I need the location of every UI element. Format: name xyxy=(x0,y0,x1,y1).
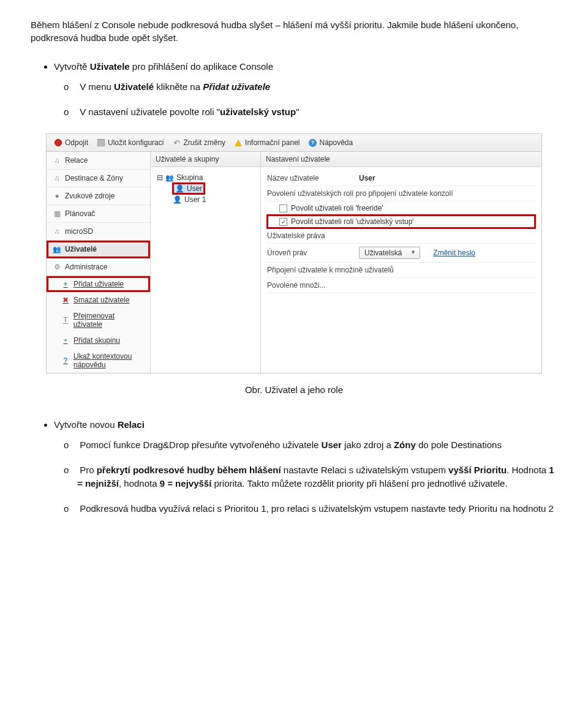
txt-bold: Uživatele xyxy=(90,61,130,72)
help-icon xyxy=(61,356,70,365)
group-icon xyxy=(165,173,174,182)
txt: Podkresová hudba využívá relaci s Priori… xyxy=(80,503,554,514)
label: Nápověda xyxy=(319,138,353,147)
sidebar-item-planovac[interactable]: Plánovač xyxy=(47,205,150,223)
sub-enable-role: V nastavení uživatele povolte roli "uživ… xyxy=(77,105,557,119)
txt-bold: Relaci xyxy=(118,419,145,430)
user-settings-panel: Nastavení uživatele Název uživatele User… xyxy=(261,152,541,373)
row-povoleni: Povolení uživatelských rolí pro připojen… xyxy=(267,186,535,201)
sidebar-item-zvuk[interactable]: Zvukové zdroje xyxy=(47,187,150,205)
txt-bold: Uživatelé xyxy=(114,81,154,92)
toolbar-help[interactable]: ? Nápověda xyxy=(306,137,355,148)
toolbar-info[interactable]: Informační panel xyxy=(232,137,302,148)
label: Relace xyxy=(65,156,88,165)
sidebar-item-destinace[interactable]: Destinace & Zóny xyxy=(47,170,150,187)
label: Uživatelé xyxy=(65,245,97,253)
row-nazev: Název uživatele User xyxy=(267,171,535,186)
add-user-icon xyxy=(61,280,70,288)
label: Zrušit změny xyxy=(183,138,225,147)
txt-bold: User xyxy=(322,440,342,450)
sub-priorita-value: Podkresová hudba využívá relaci s Priori… xyxy=(77,502,557,516)
sidebar-action-smazat-uzivatele[interactable]: Smazat uživatele xyxy=(47,292,150,308)
calendar-icon xyxy=(53,209,61,218)
tree-group[interactable]: ⊟ Skupina xyxy=(157,172,254,183)
sidebar-action-napoveda[interactable]: Ukaž kontextovou nápovědu xyxy=(47,348,150,373)
toolbar-odpojit[interactable]: Odpojit xyxy=(51,137,91,148)
label: Povolené množi... xyxy=(267,281,359,290)
sidebar-item-relace[interactable]: Relace xyxy=(47,152,150,170)
user-icon: 👤 xyxy=(173,195,182,204)
warning-icon xyxy=(234,138,243,147)
label: User 1 xyxy=(184,195,206,204)
undo-icon: ↶ xyxy=(172,138,181,147)
txt-bold: překrytí podkresové hudby během hlášení xyxy=(97,465,281,475)
txt: pro přihlášení do aplikace Console xyxy=(130,61,273,72)
label: Informační panel xyxy=(245,138,300,147)
app-screenshot: Odpojit Uložit konfiguraci ↶ Zrušit změn… xyxy=(46,133,542,373)
select-uroven[interactable]: Uživatelská xyxy=(359,247,420,259)
sidebar-action-pridat-skupinu[interactable]: Přidat skupinu xyxy=(47,332,150,348)
sub-priorita: Pro překrytí podkresové hudby během hláš… xyxy=(77,463,557,491)
sidebar-item-uzivatele[interactable]: Uživatelé xyxy=(47,241,150,258)
label: Ukaž kontextovou nápovědu xyxy=(74,352,132,369)
label: Povolit uživateli roli 'uživatelský vstu… xyxy=(291,217,414,226)
label: User xyxy=(187,184,202,193)
txt-bold: vyšší Prioritu xyxy=(448,465,507,475)
user-icon: 👤 xyxy=(175,184,184,193)
sidebar-action-pridat-uzivatele[interactable]: Přidat uživatele xyxy=(47,276,150,292)
checkbox-row-freeride[interactable]: Povolit uživateli roli 'freeride' xyxy=(267,201,535,215)
link-zmenit-heslo[interactable]: Změnit heslo xyxy=(433,249,475,257)
txt-bold: 9 = nejvyšší xyxy=(160,478,212,489)
label: Povolení uživatelských rolí pro připojen… xyxy=(267,189,535,198)
sidebar: Relace Destinace & Zóny Zvukové zdroje P… xyxy=(47,152,151,373)
label: Destinace & Zóny xyxy=(65,174,123,182)
txt: Pro xyxy=(80,465,97,475)
txt: klikněte na xyxy=(154,81,203,92)
label: Přidat uživatele xyxy=(74,280,124,288)
label: Smazat uživatele xyxy=(74,296,129,304)
bullet-create-relace: Vytvořte novou Relaci Pomocí funkce Drag… xyxy=(54,419,557,515)
disconnect-icon xyxy=(54,138,62,147)
row-prava: Uživatelské práva xyxy=(267,228,535,244)
txt: Vytvořte novou xyxy=(54,419,118,430)
value: User xyxy=(359,174,535,182)
toolbar-ulozit[interactable]: Uložit konfiguraci xyxy=(94,137,166,148)
txt: do pole Destinations xyxy=(416,440,502,450)
label: Uživatelské práva xyxy=(267,231,535,240)
sub-dragdrop: Pomocí funkce Drag&Drop přesuňte vytvoře… xyxy=(77,438,557,452)
users-icon xyxy=(53,245,61,253)
checkbox-checked-icon[interactable] xyxy=(279,218,287,226)
sidebar-item-microsd[interactable]: microSD xyxy=(47,223,150,241)
txt: Ukaž kontextovou xyxy=(74,352,132,361)
panel-header: Uživatelé a skupiny xyxy=(151,152,260,167)
expand-icon[interactable]: ⊟ xyxy=(157,173,163,182)
txt: V nastavení uživatele povolte roli " xyxy=(80,107,220,117)
label: Skupina xyxy=(176,173,203,182)
label: Přejmenovat uživatele xyxy=(74,312,144,329)
save-icon xyxy=(97,138,105,147)
txt: nastavte Relaci s uživatelským vstupem xyxy=(281,465,448,475)
label: Úroveň práv xyxy=(267,249,359,257)
label: Odpojit xyxy=(65,138,88,147)
note-icon xyxy=(53,174,61,182)
label: Název uživatele xyxy=(267,174,359,182)
sub-menu-users: V menu Uživatelé klikněte na Přidat uživ… xyxy=(77,80,557,94)
label: Uložit konfiguraci xyxy=(108,138,164,147)
toolbar-zrusit[interactable]: ↶ Zrušit změny xyxy=(170,137,228,148)
checkbox-unchecked-icon[interactable] xyxy=(279,204,287,212)
tree-user[interactable]: 👤 User 1 xyxy=(173,194,254,205)
toolbar: Odpojit Uložit konfiguraci ↶ Zrušit změn… xyxy=(47,134,541,152)
figure-caption: Obr. Uživatel a jeho role xyxy=(31,384,557,395)
txt-bold: uživatelský vstup xyxy=(220,107,296,117)
sidebar-action-prejmenovat[interactable]: Přejmenovat uživatele xyxy=(47,308,150,332)
txt: jako zdroj a xyxy=(342,440,394,450)
sidebar-item-administrace[interactable]: Administrace xyxy=(47,258,150,276)
panel-header: Nastavení uživatele xyxy=(261,152,541,167)
txt: Pomocí funkce Drag&Drop přesuňte vytvoře… xyxy=(80,440,321,450)
checkbox-row-uzivatelsky-vstup[interactable]: Povolit uživateli roli 'uživatelský vstu… xyxy=(267,215,535,228)
tree-user-selected[interactable]: 👤 User xyxy=(173,183,205,194)
gear-icon xyxy=(53,263,61,271)
rename-icon xyxy=(61,316,70,324)
label: Administrace xyxy=(65,263,107,271)
label: Povolit uživateli roli 'freeride' xyxy=(291,204,383,212)
